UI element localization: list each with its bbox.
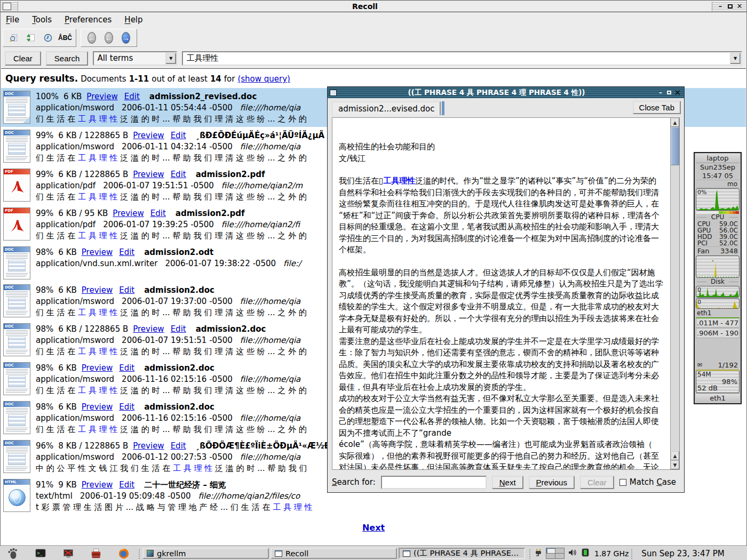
- search-query-input[interactable]: [183, 52, 729, 65]
- result-edit-link[interactable]: Edit: [119, 402, 134, 412]
- workspace-pager[interactable]: [546, 548, 565, 559]
- result-edit-link[interactable]: Edit: [171, 131, 186, 140]
- result-preview-link[interactable]: Preview: [82, 402, 113, 412]
- clock-handle[interactable]: [630, 548, 633, 559]
- result-preview-link[interactable]: Preview: [82, 285, 113, 295]
- highlighted-term: 工 具 理 性: [78, 114, 117, 124]
- print-queue-icon[interactable]: [90, 547, 102, 559]
- terminal-icon[interactable]: >_: [34, 547, 46, 559]
- page-first-icon[interactable]: ←: [84, 31, 99, 45]
- search-mode-select[interactable]: All terms ▼: [93, 51, 177, 66]
- highlighted-term: 工 具 理 性: [78, 153, 117, 163]
- result-preview-link[interactable]: Preview: [133, 324, 164, 334]
- preview-scrollbar[interactable]: ▲ ▲ ▼: [670, 118, 679, 469]
- tray-handle[interactable]: [528, 548, 531, 559]
- scroll-down-icon[interactable]: ▼: [671, 460, 679, 469]
- result-edit-link[interactable]: Edit: [119, 480, 134, 490]
- result-edit-link[interactable]: Edit: [124, 92, 140, 101]
- gkrellm-monitor[interactable]: laptop Sun23Sep 15:47 05 mo 0% CPU CPU59…: [694, 152, 742, 404]
- close-tab-button[interactable]: Close Tab: [633, 101, 681, 114]
- firefox-icon[interactable]: [117, 547, 130, 559]
- restore-icon[interactable]: [725, 2, 735, 11]
- preview-text[interactable]: 高校招生的社会功能和目的 文/钱江我们生活在▯工具理性泛滥的时代。作为“世之显学…: [332, 118, 670, 469]
- result-mime: application/msword: [36, 297, 114, 306]
- scrollbar-thumb[interactable]: [671, 127, 679, 165]
- gk-temps: CPU59.0CGPU56.0CHDD39.0CPCI52.0C: [696, 221, 740, 246]
- menu-preferences[interactable]: Preferences: [65, 15, 112, 25]
- find-previous-button[interactable]: Previous: [529, 476, 575, 489]
- menu-tools[interactable]: Tools: [32, 15, 52, 25]
- result-edit-link[interactable]: Edit: [119, 363, 134, 373]
- result-url: file:///home/qia: [240, 297, 301, 306]
- show-query-link[interactable]: (show query): [237, 74, 290, 84]
- result-preview-link[interactable]: Preview: [133, 170, 164, 179]
- taskbar-task-button[interactable]: Recoll: [271, 548, 397, 559]
- result-edit-link[interactable]: Edit: [171, 324, 186, 334]
- menu-bar: File Tools Preferences Help: [1, 12, 746, 27]
- preview-window-menu-icon[interactable]: [330, 90, 337, 96]
- scroll-up2-icon[interactable]: ▲: [671, 451, 679, 460]
- result-preview-link[interactable]: Preview: [82, 247, 113, 257]
- match-case-checkbox[interactable]: [619, 479, 626, 486]
- search-docs-icon[interactable]: [6, 31, 21, 45]
- speaker-icon[interactable]: [568, 548, 577, 559]
- highlighted-term: 工 具 理 性: [173, 463, 212, 473]
- preview-titlebar[interactable]: ((工 PHRASE 4 具 PHRASE 4 理 PHRASE 4 性)) –…: [328, 87, 684, 98]
- menu-help[interactable]: Help: [124, 15, 142, 25]
- result-edit-link[interactable]: Edit: [119, 247, 134, 257]
- gk-footer: eth1: [696, 393, 740, 402]
- page-next-icon[interactable]: →: [118, 31, 133, 45]
- result-preview-link[interactable]: Preview: [82, 480, 113, 490]
- preview-minimize-icon[interactable]: –: [656, 89, 665, 97]
- result-edit-link[interactable]: Edit: [171, 441, 186, 451]
- result-preview-link[interactable]: Preview: [113, 209, 144, 218]
- page-prev-icon[interactable]: ←: [101, 31, 116, 45]
- result-preview-link[interactable]: Preview: [133, 441, 164, 451]
- term-explorer-icon[interactable]: ÅBĈ: [58, 31, 73, 45]
- chevron-down-icon[interactable]: ▼: [165, 53, 176, 64]
- history-clock-icon[interactable]: [41, 31, 55, 45]
- preview-tab[interactable]: admission2...evised.doc: [332, 101, 441, 115]
- recoll-titlebar[interactable]: Recoll – ✕: [1, 1, 746, 12]
- result-edit-link[interactable]: Edit: [171, 170, 186, 179]
- sort-results-icon[interactable]: [23, 31, 38, 45]
- search-button[interactable]: Search: [46, 51, 89, 66]
- snippet-text: 们 生 活 在: [36, 153, 78, 163]
- taskbar-clock[interactable]: Sun Sep 23, 3:47 PM: [635, 549, 729, 558]
- taskbar-task-button[interactable]: gkrellm: [142, 548, 269, 559]
- gnome-foot-icon[interactable]: [6, 547, 19, 559]
- taskbar-handle[interactable]: [138, 548, 141, 559]
- result-edit-link[interactable]: Edit: [119, 285, 134, 295]
- result-edit-link[interactable]: Edit: [150, 209, 166, 218]
- next-page-link[interactable]: Next: [1, 523, 746, 533]
- match-case-option[interactable]: Match Case: [619, 477, 676, 487]
- scroll-up-icon[interactable]: ▲: [671, 118, 679, 127]
- clear-button[interactable]: Clear: [5, 51, 41, 66]
- find-next-button[interactable]: Next: [492, 476, 523, 489]
- menu-file[interactable]: File: [6, 15, 19, 25]
- preview-close-icon[interactable]: ✕: [673, 89, 682, 97]
- preview-paragraph: 需要注意的是这些毕业后在社会上能成功发展的学生并不一定是在大学里学习成绩最好的学…: [339, 336, 664, 394]
- lock-display-icon[interactable]: [62, 547, 74, 559]
- query-history-icon[interactable]: ▼: [730, 53, 741, 64]
- find-input[interactable]: [381, 476, 487, 489]
- gk-fan-chart: [696, 255, 740, 278]
- doc-file-icon: DOC: [3, 323, 30, 356]
- taskbar-task-button[interactable]: ((工 PHRASE 4 具 PHRASE ...: [399, 548, 525, 559]
- toolbar-group-pages: ← ← →: [81, 29, 137, 47]
- result-size: 6 KB: [58, 363, 76, 373]
- result-preview-link[interactable]: Preview: [86, 92, 117, 101]
- snippet-text: 们 生 活 在: [36, 386, 78, 395]
- minimize-icon[interactable]: –: [716, 2, 725, 11]
- preview-maximize-icon[interactable]: [665, 89, 673, 97]
- window-menu-icon[interactable]: [3, 3, 11, 10]
- doc-file-icon: DOC: [3, 401, 30, 434]
- close-icon[interactable]: ✕: [735, 2, 744, 11]
- power-plug-icon[interactable]: [534, 548, 543, 559]
- result-preview-link[interactable]: Preview: [82, 363, 113, 373]
- cpu-meter-icon[interactable]: [581, 548, 590, 559]
- result-preview-link[interactable]: Preview: [133, 131, 164, 140]
- result-snippet: 们 生 活 在 工 具 理 性 泛 滥 的 时 ... 帮 助 我 们 理 清 …: [36, 191, 307, 203]
- find-clear-button[interactable]: Clear: [580, 476, 614, 489]
- preview-paragraph: 我们生活在▯工具理性泛滥的时代。作为“世之显学”的诸种以“事实”与“价值”的二分…: [339, 175, 664, 256]
